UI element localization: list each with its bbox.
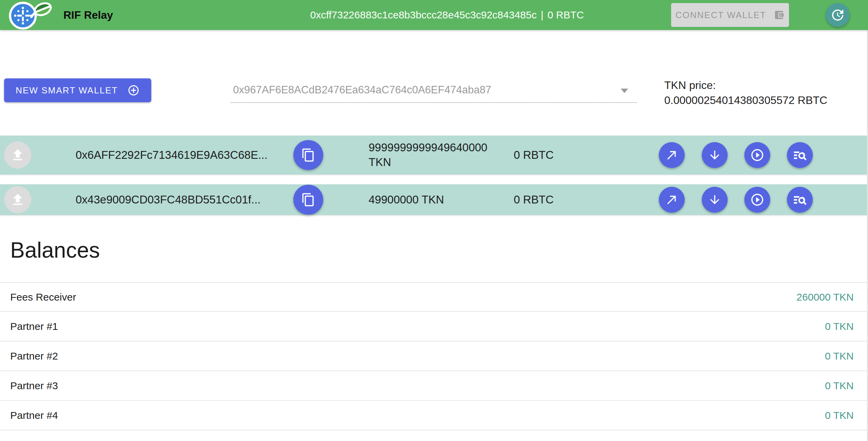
smart-wallet-select[interactable]: 0x967AF6E8ACdB2476Ea634aC764c0A6EF474aba… xyxy=(230,78,637,103)
header-account-separator: | xyxy=(541,9,543,21)
token-price: TKN price: 0.00000254014380305572 RBTC xyxy=(664,78,827,108)
balance-row-partner-3: Partner #3 0 TKN xyxy=(0,371,868,401)
balance-value: 0 TKN xyxy=(825,350,854,362)
balance-row-partner-1: Partner #1 0 TKN xyxy=(0,312,868,341)
refresh-button[interactable] xyxy=(826,3,850,27)
app-header: RIF Relay 0xcff73226883c1ce8b3bccc28e45c… xyxy=(0,0,868,30)
transfer-button[interactable] xyxy=(659,187,685,213)
receive-button[interactable] xyxy=(702,142,728,168)
dropdown-arrow-icon xyxy=(621,89,628,93)
wallet-rbtc-balance: 0 RBTC xyxy=(514,149,554,162)
balance-value: 0 TKN xyxy=(825,380,854,392)
new-smart-wallet-button[interactable]: NEW SMART WALLET xyxy=(4,78,151,102)
play-circle-icon xyxy=(750,193,764,207)
copy-address-button[interactable] xyxy=(293,140,323,170)
selected-wallet-address: 0x967AF6E8ACdB2476Ea634aC764c0A6EF474aba… xyxy=(230,84,491,96)
token-price-value: 0.00000254014380305572 RBTC xyxy=(664,93,827,108)
balances-table: Fees Receiver 260000 TKN Partner #1 0 TK… xyxy=(0,282,868,430)
arrow-up-right-icon xyxy=(665,148,679,162)
plus-circle-icon xyxy=(127,84,140,96)
header-account: 0xcff73226883c1ce8b3bccc28e45c3c92c84348… xyxy=(310,9,584,21)
list-search-icon xyxy=(793,148,807,162)
balance-value: 0 TKN xyxy=(825,410,854,421)
inspect-button[interactable] xyxy=(787,142,813,168)
balances-title: Balances xyxy=(10,239,100,261)
balance-label: Partner #2 xyxy=(10,350,58,362)
upload-icon xyxy=(10,147,26,163)
balance-label: Partner #1 xyxy=(10,321,58,332)
inspect-button[interactable] xyxy=(787,187,813,213)
connect-wallet-button[interactable]: CONNECT WALLET xyxy=(671,3,789,27)
copy-address-button[interactable] xyxy=(293,185,323,215)
wallet-address: 0x43e9009CD03FC48BD551Cc01f... xyxy=(76,193,261,206)
rif-relay-logo-icon xyxy=(7,0,62,31)
balance-value: 260000 TKN xyxy=(796,291,854,303)
balance-row-partner-4: Partner #4 0 TKN xyxy=(0,401,868,430)
deploy-wallet-button[interactable] xyxy=(4,141,31,169)
balance-label: Partner #4 xyxy=(10,410,58,421)
balance-value: 0 TKN xyxy=(825,321,854,332)
balance-label: Partner #3 xyxy=(10,380,58,392)
arrow-down-icon xyxy=(708,193,722,207)
balance-row-fees-receiver: Fees Receiver 260000 TKN xyxy=(0,282,868,312)
receive-button[interactable] xyxy=(702,187,728,213)
upload-icon xyxy=(10,192,26,208)
transfer-button[interactable] xyxy=(659,142,685,168)
update-clock-icon xyxy=(830,7,845,22)
deploy-wallet-button[interactable] xyxy=(4,186,31,213)
copy-icon xyxy=(301,193,315,207)
execute-button[interactable] xyxy=(744,142,770,168)
smart-wallet-row-2: 0x43e9009CD03FC48BD551Cc01f... 49900000 … xyxy=(0,184,868,215)
wallet-icon xyxy=(774,10,785,20)
balance-label: Fees Receiver xyxy=(10,291,76,303)
connect-wallet-label: CONNECT WALLET xyxy=(676,10,766,20)
copy-icon xyxy=(301,148,315,162)
header-account-address: 0xcff73226883c1ce8b3bccc28e45c3c92c84348… xyxy=(310,9,537,21)
new-smart-wallet-label: NEW SMART WALLET xyxy=(16,85,118,96)
smart-wallet-row-1: 0x6AFF2292Fc7134619E9A63C68E... 99999999… xyxy=(0,136,868,174)
play-circle-icon xyxy=(750,148,764,162)
execute-button[interactable] xyxy=(744,187,770,213)
arrow-down-icon xyxy=(708,148,722,162)
wallet-rbtc-balance: 0 RBTC xyxy=(514,193,554,206)
token-price-label: TKN price: xyxy=(664,78,827,93)
header-account-balance: 0 RBTC xyxy=(547,9,584,21)
balance-row-partner-2: Partner #2 0 TKN xyxy=(0,341,868,371)
wallet-address: 0x6AFF2292Fc7134619E9A63C68E... xyxy=(76,149,267,162)
wallet-token-balance: 9999999999949640000 TKN xyxy=(369,140,498,170)
arrow-up-right-icon xyxy=(665,193,679,207)
list-search-icon xyxy=(793,193,807,207)
app-title: RIF Relay xyxy=(63,9,113,21)
rif-relay-app: RIF Relay 0xcff73226883c1ce8b3bccc28e45c… xyxy=(0,0,868,441)
wallet-token-balance: 49900000 TKN xyxy=(369,193,498,207)
